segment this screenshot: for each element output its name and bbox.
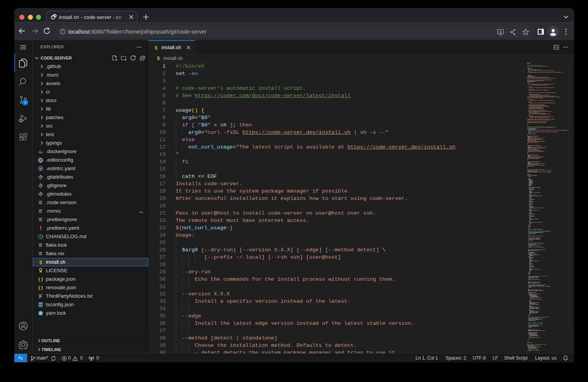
svg-text:TS: TS bbox=[39, 303, 43, 307]
svg-text:{}: {} bbox=[38, 285, 43, 290]
svg-text:$: $ bbox=[39, 259, 42, 265]
svg-text:$: $ bbox=[157, 55, 160, 61]
svg-text:{}: {} bbox=[38, 277, 43, 282]
svg-text:$: $ bbox=[154, 44, 158, 50]
